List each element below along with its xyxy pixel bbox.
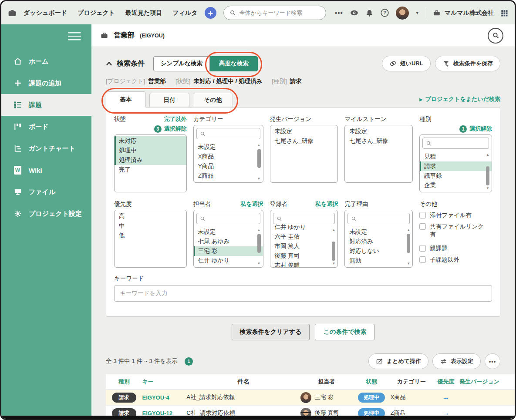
simple-search-button[interactable]: シンプルな検索 <box>153 56 210 71</box>
apps-grid-icon[interactable] <box>500 9 508 17</box>
version-option[interactable]: 未設定 <box>270 127 338 136</box>
registrant-select-me-link[interactable]: 私を選択 <box>315 200 338 208</box>
sidebar-item-board[interactable]: ボード <box>1 116 91 138</box>
assignee-option[interactable]: 三宅 彩 <box>194 246 263 256</box>
assignee-scrollbar[interactable]: ▲▼ <box>256 228 262 266</box>
checkbox-parent-issue[interactable]: 親課題 <box>419 245 492 252</box>
collapse-chevron-icon[interactable] <box>106 61 112 66</box>
cross-project-search-link[interactable]: ▶ プロジェクトをまたいだ検索 <box>419 95 500 107</box>
bulk-operation-button[interactable]: まとめて操作 <box>368 353 428 369</box>
issue-type-clear-link[interactable]: 選択解除 <box>469 125 492 133</box>
tab-date[interactable]: 日付 <box>149 93 189 107</box>
run-search-button[interactable]: この条件で検索 <box>315 324 374 340</box>
sidebar-item-wiki[interactable]: W Wiki <box>1 159 91 181</box>
col-header-status[interactable]: 状態 <box>353 378 391 386</box>
results-more-button[interactable]: ••• <box>485 353 500 369</box>
global-add-button[interactable]: ＋ <box>205 7 216 19</box>
checkbox-has-shared-file-link[interactable]: 共有ファイルリンク有 <box>419 223 492 239</box>
clear-conditions-button[interactable]: 検索条件をクリアする <box>232 324 310 340</box>
sidebar-collapse-button[interactable] <box>1 24 91 45</box>
sidebar-item-home[interactable]: ホーム <box>1 50 91 72</box>
category-option[interactable]: 未設定 <box>194 142 263 152</box>
col-header-title[interactable]: 件名 <box>186 378 300 386</box>
registrant-option[interactable]: 六平 圭佑 <box>270 232 338 242</box>
col-header-priority[interactable]: 優先度 <box>432 378 459 386</box>
state-option[interactable]: 完了 <box>115 165 186 175</box>
col-header-category[interactable]: カテゴリー <box>391 378 432 386</box>
category-option[interactable]: Z商品 <box>194 171 263 181</box>
org-switcher[interactable]: マルマル株式会社 <box>433 9 494 17</box>
issue-title[interactable]: A社_請求対応依頼 <box>186 393 300 401</box>
issue-type-option[interactable]: 研修 <box>420 190 492 192</box>
watch-eye-icon[interactable] <box>350 8 359 17</box>
notifications-bell-icon[interactable] <box>365 9 374 17</box>
category-scrollbar[interactable]: ▲▼ <box>256 143 262 181</box>
assignee-option[interactable]: 未設定 <box>194 227 263 237</box>
registrant-option[interactable]: 市岡 篤人 <box>270 242 338 251</box>
resolution-option[interactable]: 無効 <box>345 256 412 265</box>
resolution-search-input[interactable] <box>347 213 410 224</box>
sidebar-item-gantt[interactable]: ガントチャート <box>1 138 91 159</box>
state-option[interactable]: 処理済み <box>115 155 186 165</box>
checkbox-has-attachment[interactable]: 添付ファイル有 <box>419 212 492 219</box>
col-header-type[interactable]: 種別 <box>106 378 142 386</box>
state-option[interactable]: 未対応 <box>115 136 186 146</box>
issue-type-search-input[interactable] <box>422 138 489 149</box>
resolution-option[interactable]: 未設定 <box>345 227 412 237</box>
nav-recent[interactable]: 最近見た項目 <box>125 9 162 17</box>
help-icon[interactable]: ? <box>380 8 389 17</box>
registrant-option[interactable]: 後藤 真司 <box>270 251 338 261</box>
issue-type-option[interactable]: 企業 <box>420 181 492 190</box>
nav-filters[interactable]: フィルタ <box>172 9 197 17</box>
save-conditions-button[interactable]: 検索条件を保存 <box>435 56 500 71</box>
assignee-option[interactable]: 六平 圭佑 <box>194 265 263 268</box>
checkbox-exclude-child-issue[interactable]: 子課題以外 <box>419 256 492 264</box>
category-search-input[interactable] <box>196 128 260 139</box>
page-number-badge[interactable]: 1 <box>185 357 193 366</box>
issue-key-link[interactable]: EIGYOU-4 <box>142 394 169 401</box>
user-avatar[interactable] <box>396 7 409 20</box>
state-clear-link[interactable]: 選択解除 <box>164 125 187 133</box>
col-header-version[interactable]: 発生バージョン <box>459 378 515 386</box>
registrant-option[interactable]: 志村 俊輔 <box>270 261 338 268</box>
sidebar-item-add-issue[interactable]: 課題の追加 <box>1 72 91 94</box>
global-search-input[interactable]: 全体からキーワード検索 <box>223 6 326 20</box>
resolution-option[interactable]: 対応済み <box>345 237 412 246</box>
priority-option[interactable]: 低 <box>115 231 186 240</box>
milestone-option[interactable]: 未設定 <box>345 127 412 136</box>
priority-option[interactable]: 高 <box>115 212 186 221</box>
assignee-option[interactable]: 七尾 あゆみ <box>194 237 263 246</box>
issue-type-option[interactable]: 見積 <box>420 152 492 161</box>
keyword-input[interactable]: キーワードを入力 <box>114 285 492 302</box>
priority-option[interactable]: 中 <box>115 221 186 231</box>
tab-basic[interactable]: 基本 <box>106 91 146 108</box>
state-quick-link[interactable]: 完了以外 <box>164 115 187 123</box>
display-settings-button[interactable]: 表示設定 <box>432 353 481 369</box>
issue-type-scrollbar[interactable]: ▲▼ <box>485 152 491 191</box>
resolution-option[interactable]: 重複 <box>345 265 412 268</box>
issue-type-option[interactable]: 請求 <box>420 161 492 171</box>
sidebar-item-files[interactable]: ファイル <box>1 181 91 203</box>
sidebar-item-settings[interactable]: プロジェクト設定 <box>1 203 91 225</box>
resolution-scrollbar[interactable]: ▲▼ <box>405 228 411 266</box>
category-option[interactable]: X商品 <box>194 152 263 161</box>
category-option[interactable]: Y商品 <box>194 161 263 171</box>
registrant-option[interactable]: 仁井 ゆかり <box>270 222 338 232</box>
nav-projects[interactable]: プロジェクト <box>78 9 115 17</box>
col-header-assignee[interactable]: 担当者 <box>300 378 353 386</box>
sidebar-item-issues[interactable]: 課題 <box>1 94 91 116</box>
tab-other[interactable]: その他 <box>193 93 233 107</box>
resolution-option[interactable]: 対応しない <box>345 246 412 256</box>
assignee-search-input[interactable] <box>196 213 260 224</box>
briefcase-icon[interactable] <box>8 9 17 17</box>
project-search-button[interactable] <box>488 28 503 44</box>
state-option[interactable]: 処理中 <box>115 146 186 155</box>
nav-dashboard[interactable]: ダッシュボード <box>24 9 67 17</box>
table-row[interactable]: 請求 EIGYOU-4 A社_請求対応依頼 三宅 彩 処理中 X商品 → <box>106 390 515 405</box>
chevron-down-icon[interactable]: ▼ <box>415 11 419 15</box>
col-header-key[interactable]: キー <box>142 378 187 386</box>
short-url-button[interactable]: 短いURL <box>382 56 431 71</box>
issue-type-option[interactable]: 議事録 <box>420 171 492 181</box>
assignee-select-me-link[interactable]: 私を選択 <box>240 200 263 208</box>
advanced-search-button[interactable]: 高度な検索 <box>210 56 258 71</box>
